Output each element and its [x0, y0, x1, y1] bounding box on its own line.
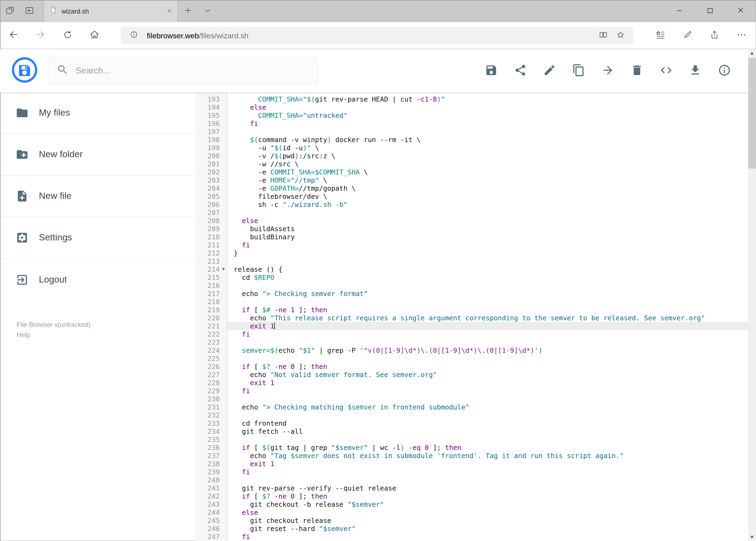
- code-text[interactable]: -e GOPATH=//tmp/gopath \: [227, 184, 756, 192]
- code-line[interactable]: 223: [195, 338, 756, 346]
- more-button[interactable]: [730, 24, 752, 47]
- web-notes-button[interactable]: [676, 24, 698, 47]
- code-line[interactable]: 193 COMMIT_SHA="$(git rev-parse HEAD | c…: [195, 95, 756, 103]
- code-line[interactable]: 201 -w //src \: [195, 160, 756, 168]
- address-bar[interactable]: filebrowser.web/files/wizard.sh: [121, 27, 633, 44]
- code-line[interactable]: 212}: [195, 249, 756, 257]
- back-button[interactable]: [2, 24, 25, 47]
- code-text[interactable]: if [ $? -ne 0 ]; then: [227, 362, 756, 370]
- code-line[interactable]: 247 fi: [195, 533, 756, 541]
- code-line[interactable]: 203 -e HOME="//tmp" \: [195, 176, 756, 184]
- code-view-button[interactable]: [659, 64, 672, 77]
- code-text[interactable]: if [ $# -ne 1 ]; then: [227, 306, 756, 314]
- code-text[interactable]: git checkout release: [227, 516, 756, 525]
- rename-button[interactable]: [543, 64, 556, 77]
- code-text[interactable]: exit 1: [227, 379, 756, 387]
- scrollbar-up-button[interactable]: [748, 49, 756, 57]
- tabs-you-set-aside-button[interactable]: [0, 0, 19, 22]
- code-text[interactable]: else: [227, 217, 756, 225]
- code-text[interactable]: -u "$(id -u)" \: [227, 144, 756, 152]
- delete-button[interactable]: [630, 64, 643, 77]
- code-line[interactable]: 245 git checkout release: [195, 516, 756, 525]
- code-line[interactable]: 197: [195, 128, 756, 136]
- code-text[interactable]: fi: [227, 387, 756, 395]
- code-line[interactable]: 238 exit 1: [195, 460, 756, 468]
- code-text[interactable]: if [ $? -ne 0 ]; then: [227, 492, 756, 500]
- code-line[interactable]: 235: [195, 435, 756, 443]
- code-text[interactable]: [227, 435, 756, 443]
- favorite-button[interactable]: [612, 28, 629, 43]
- code-text[interactable]: filebrowser/dev \: [227, 192, 756, 201]
- code-line[interactable]: 204 -e GOPATH=//tmp/gopath \: [195, 184, 756, 192]
- code-line[interactable]: 232: [195, 411, 756, 419]
- site-info-button[interactable]: [125, 28, 142, 43]
- code-text[interactable]: release () {: [227, 265, 756, 273]
- code-line[interactable]: 242 if [ $? -ne 0 ]; then: [195, 492, 756, 500]
- code-line[interactable]: 216: [195, 281, 756, 289]
- code-text[interactable]: fi: [227, 468, 756, 476]
- code-text[interactable]: fi: [227, 119, 756, 128]
- sidebar-item-new-folder[interactable]: New folder: [0, 134, 195, 176]
- reading-view-button[interactable]: [594, 28, 612, 43]
- code-text[interactable]: [227, 297, 756, 306]
- code-text[interactable]: exit 1: [227, 322, 756, 330]
- maximize-button[interactable]: [694, 0, 725, 22]
- browser-tab[interactable]: wizard.sh: [43, 0, 178, 22]
- code-line[interactable]: 236 if [ $(git tag | grep "$semver" | wc…: [195, 443, 756, 452]
- code-text[interactable]: fi: [227, 533, 756, 541]
- code-text[interactable]: COMMIT_SHA="$(git rev-parse HEAD | cut -…: [227, 95, 756, 103]
- code-line[interactable]: 234 git fetch --all: [195, 427, 756, 435]
- refresh-button[interactable]: [56, 24, 79, 47]
- code-line[interactable]: 239 fi: [195, 468, 756, 476]
- code-text[interactable]: [227, 257, 756, 265]
- sidebar-item-my-files[interactable]: My files: [0, 92, 195, 134]
- code-line[interactable]: 230: [195, 395, 756, 403]
- share-file-button[interactable]: [514, 64, 527, 77]
- move-button[interactable]: [601, 64, 614, 77]
- code-text[interactable]: git checkout -b release "$semver": [227, 500, 756, 508]
- code-line[interactable]: 196 fi: [195, 119, 756, 128]
- forward-button[interactable]: [29, 24, 52, 47]
- code-line[interactable]: 222 fi: [195, 330, 756, 338]
- code-line[interactable]: 195 COMMIT_SHA="untracked": [195, 111, 756, 119]
- help-link[interactable]: Help: [17, 330, 195, 340]
- code-line[interactable]: 228 exit 1: [195, 379, 756, 387]
- code-line[interactable]: 219 if [ $# -ne 1 ]; then: [195, 306, 756, 314]
- code-line[interactable]: 207: [195, 209, 756, 217]
- minimize-button[interactable]: [664, 0, 694, 22]
- code-text[interactable]: cd $REPO: [227, 273, 756, 281]
- code-text[interactable]: fi: [227, 330, 756, 338]
- code-text[interactable]: cd frontend: [227, 419, 756, 427]
- code-text[interactable]: sh -c "./wizard.sh -b": [227, 201, 756, 209]
- code-text[interactable]: else: [227, 103, 756, 111]
- copy-button[interactable]: [572, 64, 585, 77]
- code-editor[interactable]: 193 COMMIT_SHA="$(git rev-parse HEAD | c…: [195, 92, 756, 541]
- code-line[interactable]: 224 semver=$(echo "$1" | grep -P '^v(0|[…: [195, 346, 756, 354]
- code-line[interactable]: 233 cd frontend: [195, 419, 756, 427]
- code-text[interactable]: [227, 338, 756, 346]
- code-line[interactable]: 214▾release () {: [195, 265, 756, 273]
- scrollbar[interactable]: [748, 49, 756, 541]
- code-text[interactable]: echo "Tag $semver does not exist in subm…: [227, 452, 756, 460]
- code-text[interactable]: echo "> Checking matching $semver in fro…: [227, 403, 756, 411]
- code-text[interactable]: semver=$(echo "$1" | grep -P '^v(0|[1-9]…: [227, 346, 756, 354]
- share-button[interactable]: [703, 24, 725, 47]
- code-line[interactable]: 217 echo "> Checking semver format": [195, 289, 756, 297]
- code-text[interactable]: echo "> Checking semver format": [227, 289, 756, 297]
- code-line[interactable]: 202 -e COMMIT_SHA=$COMMIT_SHA \: [195, 168, 756, 176]
- code-text[interactable]: buildAssets: [227, 225, 756, 233]
- code-line[interactable]: 215 cd $REPO: [195, 273, 756, 281]
- code-text[interactable]: -v /$(pwd):/src:z \: [227, 152, 756, 160]
- code-line[interactable]: 240: [195, 476, 756, 484]
- code-text[interactable]: buildBinary: [227, 233, 756, 241]
- tab-close-button[interactable]: [167, 7, 172, 15]
- code-text[interactable]: git fetch --all: [227, 427, 756, 435]
- code-text[interactable]: if [ $(git tag | grep "$semver" | wc -l)…: [227, 443, 756, 452]
- scrollbar-down-button[interactable]: [748, 533, 756, 541]
- code-text[interactable]: else: [227, 508, 756, 516]
- code-text[interactable]: [227, 354, 756, 362]
- code-text[interactable]: [227, 281, 756, 289]
- search-input[interactable]: [76, 66, 309, 76]
- code-line[interactable]: 241 git rev-parse --verify --quiet relea…: [195, 484, 756, 492]
- code-line[interactable]: 208 else: [195, 217, 756, 225]
